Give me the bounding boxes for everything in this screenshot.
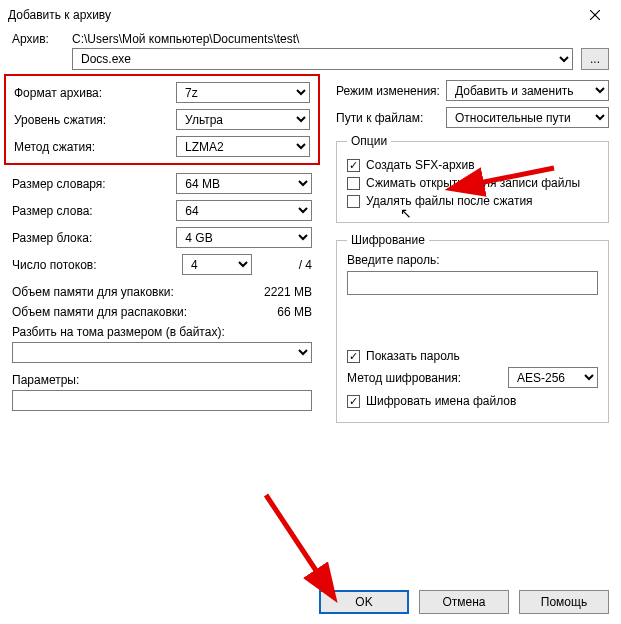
enc-method-label: Метод шифрования: bbox=[347, 371, 508, 385]
params-input[interactable] bbox=[12, 390, 312, 411]
cancel-button[interactable]: Отмена bbox=[419, 590, 509, 614]
dict-select[interactable]: 64 MB bbox=[176, 173, 312, 194]
cancel-button-label: Отмена bbox=[442, 595, 485, 609]
word-label: Размер слова: bbox=[12, 204, 176, 218]
archive-path-text: C:\Users\Мой компьютер\Documents\test\ bbox=[72, 32, 299, 46]
password-input[interactable] bbox=[347, 271, 598, 295]
password-label: Введите пароль: bbox=[347, 253, 598, 267]
params-label: Параметры: bbox=[12, 373, 312, 387]
mem-pack-value: 2221 MB bbox=[248, 285, 312, 299]
update-label: Режим изменения: bbox=[336, 84, 446, 98]
level-select[interactable]: Ультра bbox=[176, 109, 310, 130]
threads-select[interactable]: 4 bbox=[182, 254, 252, 275]
window-title: Добавить к архиву bbox=[8, 8, 111, 22]
close-button[interactable] bbox=[577, 4, 613, 26]
ok-button[interactable]: OK bbox=[319, 590, 409, 614]
encryption-fieldset: Шифрование Введите пароль: Показать паро… bbox=[336, 233, 609, 423]
shared-label: Сжимать открытые для записи файлы bbox=[366, 176, 580, 190]
mem-unpack-value: 66 MB bbox=[248, 305, 312, 319]
highlight-box: Формат архива: 7z Уровень сжатия: Ультра… bbox=[4, 74, 320, 165]
method-label: Метод сжатия: bbox=[14, 140, 176, 154]
options-fieldset: Опции Создать SFX-архив Сжимать открытые… bbox=[336, 134, 609, 223]
block-select[interactable]: 4 GB bbox=[176, 227, 312, 248]
delete-checkbox[interactable] bbox=[347, 195, 360, 208]
paths-select[interactable]: Относительные пути bbox=[446, 107, 609, 128]
split-label: Разбить на тома размером (в байтах): bbox=[12, 325, 312, 339]
show-password-label: Показать пароль bbox=[366, 349, 460, 363]
enc-names-checkbox[interactable] bbox=[347, 395, 360, 408]
archive-label: Архив: bbox=[12, 32, 72, 46]
word-select[interactable]: 64 bbox=[176, 200, 312, 221]
ok-button-label: OK bbox=[355, 595, 372, 609]
shared-checkbox[interactable] bbox=[347, 177, 360, 190]
update-select[interactable]: Добавить и заменить bbox=[446, 80, 609, 101]
dict-label: Размер словаря: bbox=[12, 177, 176, 191]
threads-total: / 4 bbox=[299, 258, 312, 272]
level-label: Уровень сжатия: bbox=[14, 113, 176, 127]
method-select[interactable]: LZMA2 bbox=[176, 136, 310, 157]
archive-filename-select[interactable]: Docs.exe bbox=[72, 48, 573, 70]
format-label: Формат архива: bbox=[14, 86, 176, 100]
browse-button[interactable]: ... bbox=[581, 48, 609, 70]
delete-label: Удалять файлы после сжатия bbox=[366, 194, 533, 208]
threads-label: Число потоков: bbox=[12, 258, 182, 272]
ellipsis-icon: ... bbox=[590, 52, 600, 66]
options-legend: Опции bbox=[347, 134, 391, 148]
cursor-icon: ↖ bbox=[400, 205, 412, 221]
enc-method-select[interactable]: AES-256 bbox=[508, 367, 598, 388]
sfx-label: Создать SFX-архив bbox=[366, 158, 475, 172]
help-button-label: Помощь bbox=[541, 595, 587, 609]
paths-label: Пути к файлам: bbox=[336, 111, 446, 125]
sfx-checkbox[interactable] bbox=[347, 159, 360, 172]
encryption-legend: Шифрование bbox=[347, 233, 429, 247]
close-icon bbox=[590, 10, 600, 20]
split-select[interactable] bbox=[12, 342, 312, 363]
help-button[interactable]: Помощь bbox=[519, 590, 609, 614]
format-select[interactable]: 7z bbox=[176, 82, 310, 103]
mem-unpack-label: Объем памяти для распаковки: bbox=[12, 305, 248, 319]
svg-line-3 bbox=[266, 495, 321, 578]
enc-names-label: Шифровать имена файлов bbox=[366, 394, 516, 408]
block-label: Размер блока: bbox=[12, 231, 176, 245]
show-password-checkbox[interactable] bbox=[347, 350, 360, 363]
annotation-arrow-ok bbox=[256, 490, 336, 593]
mem-pack-label: Объем памяти для упаковки: bbox=[12, 285, 248, 299]
